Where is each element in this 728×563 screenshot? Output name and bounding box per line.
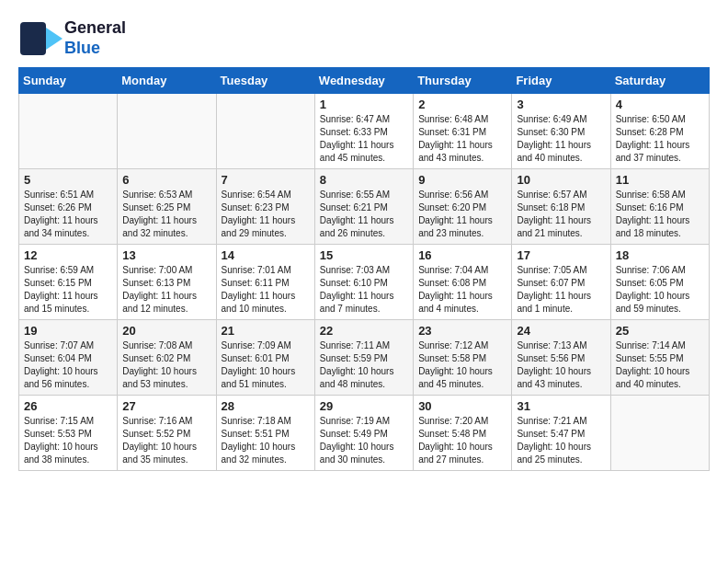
day-number: 16 xyxy=(418,248,506,262)
weekday-header: Friday xyxy=(512,68,610,94)
day-info: Sunrise: 7:15 AM Sunset: 5:53 PM Dayligh… xyxy=(24,415,112,466)
day-info: Sunrise: 7:05 AM Sunset: 6:07 PM Dayligh… xyxy=(517,264,605,316)
day-info: Sunrise: 6:54 AM Sunset: 6:23 PM Dayligh… xyxy=(222,189,310,240)
day-info: Sunrise: 6:47 AM Sunset: 6:33 PM Dayligh… xyxy=(320,113,408,165)
day-number: 20 xyxy=(122,324,210,338)
day-info: Sunrise: 7:03 AM Sunset: 6:10 PM Dayligh… xyxy=(320,264,408,316)
weekday-header: Tuesday xyxy=(216,68,314,94)
calendar-cell: 18Sunrise: 7:06 AM Sunset: 6:05 PM Dayli… xyxy=(610,245,709,320)
day-info: Sunrise: 7:16 AM Sunset: 5:52 PM Dayligh… xyxy=(122,415,210,466)
calendar-cell: 5Sunrise: 6:51 AM Sunset: 6:26 PM Daylig… xyxy=(19,169,118,245)
calendar-cell: 16Sunrise: 7:04 AM Sunset: 6:08 PM Dayli… xyxy=(414,245,512,320)
calendar-week-row: 5Sunrise: 6:51 AM Sunset: 6:26 PM Daylig… xyxy=(19,169,710,245)
day-number: 19 xyxy=(24,324,112,338)
calendar-cell xyxy=(19,94,118,169)
day-number: 23 xyxy=(418,324,506,338)
day-number: 30 xyxy=(418,399,506,413)
day-number: 2 xyxy=(418,98,506,111)
day-number: 14 xyxy=(222,248,310,262)
day-number: 9 xyxy=(418,173,506,187)
day-number: 17 xyxy=(517,248,605,262)
day-number: 24 xyxy=(517,324,605,338)
logo-text-general: General xyxy=(64,18,126,39)
calendar-cell: 17Sunrise: 7:05 AM Sunset: 6:07 PM Dayli… xyxy=(512,245,610,320)
day-info: Sunrise: 6:49 AM Sunset: 6:30 PM Dayligh… xyxy=(517,113,605,165)
calendar-cell: 29Sunrise: 7:19 AM Sunset: 5:49 PM Dayli… xyxy=(314,396,413,471)
calendar-cell: 1Sunrise: 6:47 AM Sunset: 6:33 PM Daylig… xyxy=(314,94,413,169)
day-number: 15 xyxy=(320,248,408,262)
calendar-cell: 24Sunrise: 7:13 AM Sunset: 5:56 PM Dayli… xyxy=(512,320,610,396)
day-info: Sunrise: 7:19 AM Sunset: 5:49 PM Dayligh… xyxy=(320,415,408,466)
day-info: Sunrise: 6:53 AM Sunset: 6:25 PM Dayligh… xyxy=(122,189,210,240)
calendar-cell: 19Sunrise: 7:07 AM Sunset: 6:04 PM Dayli… xyxy=(19,320,118,396)
day-number: 28 xyxy=(222,399,310,413)
day-info: Sunrise: 7:08 AM Sunset: 6:02 PM Dayligh… xyxy=(122,339,210,391)
weekday-header: Saturday xyxy=(610,68,709,94)
day-info: Sunrise: 6:57 AM Sunset: 6:18 PM Dayligh… xyxy=(517,189,605,240)
day-number: 13 xyxy=(122,248,210,262)
day-number: 31 xyxy=(517,399,605,413)
day-info: Sunrise: 7:12 AM Sunset: 5:58 PM Dayligh… xyxy=(418,339,506,391)
day-info: Sunrise: 6:50 AM Sunset: 6:28 PM Dayligh… xyxy=(616,113,704,165)
calendar-cell: 30Sunrise: 7:20 AM Sunset: 5:48 PM Dayli… xyxy=(414,396,512,471)
day-number: 12 xyxy=(24,248,112,262)
calendar-cell: 25Sunrise: 7:14 AM Sunset: 5:55 PM Dayli… xyxy=(610,320,709,396)
weekday-header: Monday xyxy=(118,68,216,94)
day-info: Sunrise: 7:21 AM Sunset: 5:47 PM Dayligh… xyxy=(517,415,605,466)
page-header: GeneralBlue xyxy=(18,18,710,58)
day-info: Sunrise: 6:55 AM Sunset: 6:21 PM Dayligh… xyxy=(320,189,408,240)
day-number: 5 xyxy=(24,173,112,187)
calendar-cell: 23Sunrise: 7:12 AM Sunset: 5:58 PM Dayli… xyxy=(414,320,512,396)
calendar-cell: 14Sunrise: 7:01 AM Sunset: 6:11 PM Dayli… xyxy=(216,245,314,320)
day-number: 8 xyxy=(320,173,408,187)
day-info: Sunrise: 7:14 AM Sunset: 5:55 PM Dayligh… xyxy=(616,339,704,391)
day-info: Sunrise: 7:09 AM Sunset: 6:01 PM Dayligh… xyxy=(222,339,310,391)
day-info: Sunrise: 7:18 AM Sunset: 5:51 PM Dayligh… xyxy=(222,415,310,466)
calendar-cell xyxy=(216,94,314,169)
calendar-cell: 31Sunrise: 7:21 AM Sunset: 5:47 PM Dayli… xyxy=(512,396,610,471)
day-info: Sunrise: 6:59 AM Sunset: 6:15 PM Dayligh… xyxy=(24,264,112,316)
calendar-cell: 28Sunrise: 7:18 AM Sunset: 5:51 PM Dayli… xyxy=(216,396,314,471)
day-number: 25 xyxy=(616,324,704,338)
calendar-cell: 7Sunrise: 6:54 AM Sunset: 6:23 PM Daylig… xyxy=(216,169,314,245)
weekday-header: Wednesday xyxy=(314,68,413,94)
calendar-cell xyxy=(610,396,709,471)
day-number: 7 xyxy=(222,173,310,187)
calendar-table: SundayMondayTuesdayWednesdayThursdayFrid… xyxy=(18,67,710,471)
calendar-week-row: 1Sunrise: 6:47 AM Sunset: 6:33 PM Daylig… xyxy=(19,94,710,169)
day-number: 11 xyxy=(616,173,704,187)
calendar-cell: 10Sunrise: 6:57 AM Sunset: 6:18 PM Dayli… xyxy=(512,169,610,245)
calendar-cell: 21Sunrise: 7:09 AM Sunset: 6:01 PM Dayli… xyxy=(216,320,314,396)
day-info: Sunrise: 7:01 AM Sunset: 6:11 PM Dayligh… xyxy=(222,264,310,316)
calendar-week-row: 12Sunrise: 6:59 AM Sunset: 6:15 PM Dayli… xyxy=(19,245,710,320)
day-info: Sunrise: 6:51 AM Sunset: 6:26 PM Dayligh… xyxy=(24,189,112,240)
calendar-cell: 9Sunrise: 6:56 AM Sunset: 6:20 PM Daylig… xyxy=(414,169,512,245)
day-number: 26 xyxy=(24,399,112,413)
calendar-cell: 2Sunrise: 6:48 AM Sunset: 6:31 PM Daylig… xyxy=(414,94,512,169)
day-info: Sunrise: 7:20 AM Sunset: 5:48 PM Dayligh… xyxy=(418,415,506,466)
calendar-cell: 13Sunrise: 7:00 AM Sunset: 6:13 PM Dayli… xyxy=(118,245,216,320)
day-number: 21 xyxy=(222,324,310,338)
day-info: Sunrise: 6:48 AM Sunset: 6:31 PM Dayligh… xyxy=(418,113,506,165)
day-number: 1 xyxy=(320,98,408,111)
calendar-cell: 27Sunrise: 7:16 AM Sunset: 5:52 PM Dayli… xyxy=(118,396,216,471)
calendar-cell: 3Sunrise: 6:49 AM Sunset: 6:30 PM Daylig… xyxy=(512,94,610,169)
calendar-cell: 15Sunrise: 7:03 AM Sunset: 6:10 PM Dayli… xyxy=(314,245,413,320)
logo-text-blue: Blue xyxy=(64,39,126,59)
calendar-cell: 12Sunrise: 6:59 AM Sunset: 6:15 PM Dayli… xyxy=(19,245,118,320)
day-info: Sunrise: 6:56 AM Sunset: 6:20 PM Dayligh… xyxy=(418,189,506,240)
day-info: Sunrise: 7:07 AM Sunset: 6:04 PM Dayligh… xyxy=(24,339,112,391)
calendar-cell: 4Sunrise: 6:50 AM Sunset: 6:28 PM Daylig… xyxy=(610,94,709,169)
day-info: Sunrise: 7:11 AM Sunset: 5:59 PM Dayligh… xyxy=(320,339,408,391)
day-info: Sunrise: 6:58 AM Sunset: 6:16 PM Dayligh… xyxy=(616,189,704,240)
calendar-cell: 26Sunrise: 7:15 AM Sunset: 5:53 PM Dayli… xyxy=(19,396,118,471)
weekday-header: Thursday xyxy=(414,68,512,94)
day-number: 18 xyxy=(616,248,704,262)
day-info: Sunrise: 7:06 AM Sunset: 6:05 PM Dayligh… xyxy=(616,264,704,316)
calendar-cell xyxy=(118,94,216,169)
calendar-header-row: SundayMondayTuesdayWednesdayThursdayFrid… xyxy=(19,68,710,94)
weekday-header: Sunday xyxy=(19,68,118,94)
day-info: Sunrise: 7:04 AM Sunset: 6:08 PM Dayligh… xyxy=(418,264,506,316)
svg-marker-1 xyxy=(46,28,63,50)
day-number: 22 xyxy=(320,324,408,338)
